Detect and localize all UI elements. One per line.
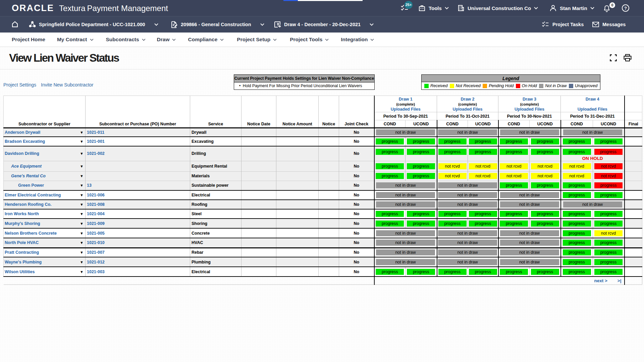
svg-text:?: ? bbox=[624, 6, 627, 11]
